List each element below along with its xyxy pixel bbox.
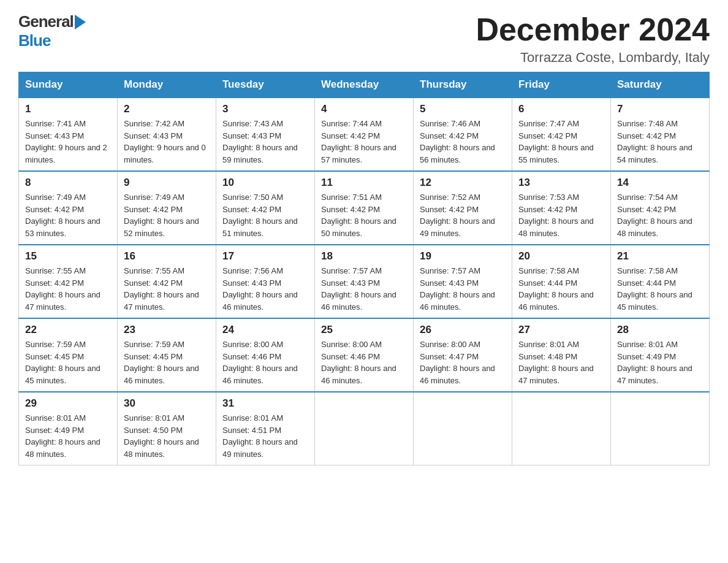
calendar-cell: 14 Sunrise: 7:54 AMSunset: 4:42 PMDaylig… (611, 171, 710, 245)
day-number: 30 (124, 397, 210, 410)
day-number: 28 (617, 324, 703, 336)
calendar-cell: 12 Sunrise: 7:52 AMSunset: 4:42 PMDaylig… (414, 171, 512, 245)
calendar-cell: 21 Sunrise: 7:58 AMSunset: 4:44 PMDaylig… (611, 245, 710, 318)
day-info: Sunrise: 7:49 AMSunset: 4:42 PMDaylight:… (25, 193, 100, 238)
day-info: Sunrise: 7:54 AMSunset: 4:42 PMDaylight:… (617, 193, 692, 238)
day-number: 10 (222, 177, 308, 189)
day-number: 24 (222, 324, 308, 336)
col-header-wednesday: Wednesday (315, 72, 414, 98)
calendar-cell: 7 Sunrise: 7:48 AMSunset: 4:42 PMDayligh… (611, 98, 710, 171)
day-number: 15 (25, 250, 111, 262)
day-number: 17 (222, 250, 308, 262)
day-info: Sunrise: 8:01 AMSunset: 4:48 PMDaylight:… (518, 340, 594, 385)
calendar-cell: 22 Sunrise: 7:59 AMSunset: 4:45 PMDaylig… (19, 318, 118, 392)
day-number: 13 (518, 177, 604, 189)
col-header-tuesday: Tuesday (216, 72, 315, 98)
day-info: Sunrise: 7:56 AMSunset: 4:43 PMDaylight:… (222, 266, 298, 312)
day-info: Sunrise: 7:55 AMSunset: 4:42 PMDaylight:… (25, 266, 100, 312)
day-number: 2 (124, 103, 210, 115)
calendar-cell: 13 Sunrise: 7:53 AMSunset: 4:42 PMDaylig… (512, 171, 611, 245)
day-info: Sunrise: 8:01 AMSunset: 4:50 PMDaylight:… (124, 413, 199, 459)
calendar-cell: 20 Sunrise: 7:58 AMSunset: 4:44 PMDaylig… (512, 245, 611, 318)
calendar-cell: 24 Sunrise: 8:00 AMSunset: 4:46 PMDaylig… (216, 318, 315, 392)
day-info: Sunrise: 8:00 AMSunset: 4:46 PMDaylight:… (222, 340, 298, 385)
day-info: Sunrise: 7:49 AMSunset: 4:42 PMDaylight:… (124, 193, 199, 238)
calendar-cell: 31 Sunrise: 8:01 AMSunset: 4:51 PMDaylig… (216, 392, 315, 465)
calendar-table: Sunday Monday Tuesday Wednesday Thursday… (18, 72, 710, 465)
calendar-cell: 15 Sunrise: 7:55 AMSunset: 4:42 PMDaylig… (19, 245, 118, 318)
day-info: Sunrise: 8:01 AMSunset: 4:51 PMDaylight:… (222, 413, 298, 459)
day-info: Sunrise: 8:01 AMSunset: 4:49 PMDaylight:… (617, 340, 692, 385)
day-number: 5 (420, 103, 506, 115)
calendar-cell: 25 Sunrise: 8:00 AMSunset: 4:46 PMDaylig… (315, 318, 414, 392)
calendar-cell: 29 Sunrise: 8:01 AMSunset: 4:49 PMDaylig… (19, 392, 118, 465)
col-header-friday: Friday (512, 72, 611, 98)
day-number: 12 (420, 177, 506, 189)
col-header-monday: Monday (118, 72, 216, 98)
calendar-cell: 19 Sunrise: 7:57 AMSunset: 4:43 PMDaylig… (414, 245, 512, 318)
day-number: 20 (518, 250, 604, 262)
day-number: 14 (617, 177, 703, 189)
day-info: Sunrise: 8:01 AMSunset: 4:49 PMDaylight:… (25, 413, 100, 459)
calendar-cell: 18 Sunrise: 7:57 AMSunset: 4:43 PMDaylig… (315, 245, 414, 318)
day-info: Sunrise: 7:53 AMSunset: 4:42 PMDaylight:… (518, 193, 594, 238)
calendar-week-3: 15 Sunrise: 7:55 AMSunset: 4:42 PMDaylig… (19, 245, 710, 318)
day-number: 21 (617, 250, 703, 262)
calendar-cell: 28 Sunrise: 8:01 AMSunset: 4:49 PMDaylig… (611, 318, 710, 392)
day-number: 7 (617, 103, 703, 115)
day-number: 8 (25, 177, 111, 189)
logo-top: General (18, 12, 74, 31)
month-title: December 2024 (476, 12, 710, 47)
day-number: 4 (321, 103, 407, 115)
calendar-cell: 17 Sunrise: 7:56 AMSunset: 4:43 PMDaylig… (216, 245, 315, 318)
calendar-cell: 10 Sunrise: 7:50 AMSunset: 4:42 PMDaylig… (216, 171, 315, 245)
calendar-cell: 26 Sunrise: 8:00 AMSunset: 4:47 PMDaylig… (414, 318, 512, 392)
calendar-header-row: Sunday Monday Tuesday Wednesday Thursday… (19, 72, 710, 98)
calendar-cell: 4 Sunrise: 7:44 AMSunset: 4:42 PMDayligh… (315, 98, 414, 171)
day-info: Sunrise: 7:57 AMSunset: 4:43 PMDaylight:… (321, 266, 396, 312)
calendar-cell (611, 392, 710, 465)
calendar-cell: 23 Sunrise: 7:59 AMSunset: 4:45 PMDaylig… (118, 318, 216, 392)
day-info: Sunrise: 7:43 AMSunset: 4:43 PMDaylight:… (222, 119, 298, 164)
day-number: 29 (25, 397, 111, 410)
page-header: General Blue December 2024 Torrazza Cost… (18, 12, 710, 66)
calendar-week-1: 1 Sunrise: 7:41 AMSunset: 4:43 PMDayligh… (19, 98, 710, 171)
day-info: Sunrise: 7:47 AMSunset: 4:42 PMDaylight:… (518, 119, 594, 164)
day-info: Sunrise: 7:46 AMSunset: 4:42 PMDaylight:… (420, 119, 495, 164)
logo: General Blue (18, 12, 86, 50)
day-info: Sunrise: 7:48 AMSunset: 4:42 PMDaylight:… (617, 119, 692, 164)
title-block: December 2024 Torrazza Coste, Lombardy, … (476, 12, 710, 66)
calendar-cell: 9 Sunrise: 7:49 AMSunset: 4:42 PMDayligh… (118, 171, 216, 245)
day-info: Sunrise: 7:57 AMSunset: 4:43 PMDaylight:… (420, 266, 495, 312)
calendar-cell: 11 Sunrise: 7:51 AMSunset: 4:42 PMDaylig… (315, 171, 414, 245)
day-info: Sunrise: 7:58 AMSunset: 4:44 PMDaylight:… (518, 266, 594, 312)
col-header-saturday: Saturday (611, 72, 710, 98)
calendar-cell: 30 Sunrise: 8:01 AMSunset: 4:50 PMDaylig… (118, 392, 216, 465)
calendar-week-2: 8 Sunrise: 7:49 AMSunset: 4:42 PMDayligh… (19, 171, 710, 245)
calendar-cell: 27 Sunrise: 8:01 AMSunset: 4:48 PMDaylig… (512, 318, 611, 392)
day-number: 6 (518, 103, 604, 115)
day-number: 9 (124, 177, 210, 189)
calendar-cell: 2 Sunrise: 7:42 AMSunset: 4:43 PMDayligh… (118, 98, 216, 171)
calendar-cell: 6 Sunrise: 7:47 AMSunset: 4:42 PMDayligh… (512, 98, 611, 171)
day-number: 31 (222, 397, 308, 410)
day-number: 16 (124, 250, 210, 262)
calendar-cell: 8 Sunrise: 7:49 AMSunset: 4:42 PMDayligh… (19, 171, 118, 245)
calendar-cell (414, 392, 512, 465)
logo-arrow-icon (75, 15, 86, 29)
day-info: Sunrise: 7:50 AMSunset: 4:42 PMDaylight:… (222, 193, 298, 238)
day-number: 23 (124, 324, 210, 336)
day-info: Sunrise: 7:51 AMSunset: 4:42 PMDaylight:… (321, 193, 396, 238)
day-info: Sunrise: 7:52 AMSunset: 4:42 PMDaylight:… (420, 193, 495, 238)
day-info: Sunrise: 7:44 AMSunset: 4:42 PMDaylight:… (321, 119, 396, 164)
calendar-cell: 3 Sunrise: 7:43 AMSunset: 4:43 PMDayligh… (216, 98, 315, 171)
day-number: 25 (321, 324, 407, 336)
day-info: Sunrise: 7:58 AMSunset: 4:44 PMDaylight:… (617, 266, 692, 312)
calendar-cell: 5 Sunrise: 7:46 AMSunset: 4:42 PMDayligh… (414, 98, 512, 171)
day-info: Sunrise: 8:00 AMSunset: 4:47 PMDaylight:… (420, 340, 495, 385)
location: Torrazza Coste, Lombardy, Italy (476, 50, 710, 66)
day-number: 22 (25, 324, 111, 336)
day-number: 27 (518, 324, 604, 336)
day-number: 11 (321, 177, 407, 189)
day-info: Sunrise: 7:42 AMSunset: 4:43 PMDaylight:… (124, 119, 206, 164)
